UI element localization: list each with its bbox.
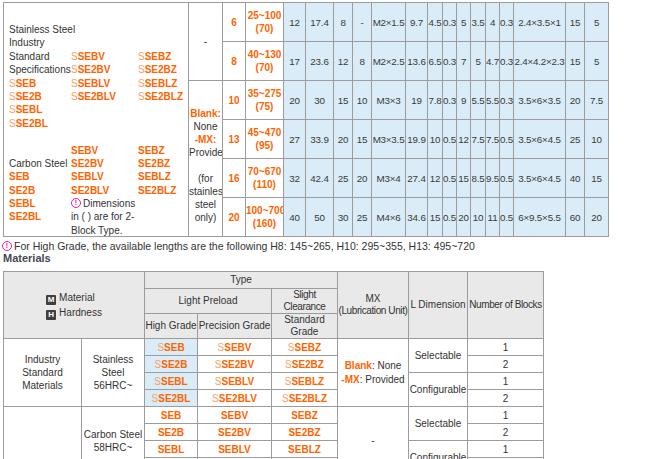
material-cell-carbon: Carbon Steel 58HRC~ bbox=[82, 407, 145, 459]
part-number-link[interactable]: SEBV bbox=[71, 144, 135, 157]
mx-option-cell: - bbox=[189, 3, 223, 81]
part-number-link[interactable]: SEBZ bbox=[138, 144, 183, 157]
blocks-cell: 1 bbox=[468, 407, 544, 424]
part-number: SEB bbox=[161, 410, 182, 421]
part-number-link[interactable]: SE2BV bbox=[198, 424, 272, 441]
spec-value-cell: 25 bbox=[353, 198, 372, 237]
part-number-link[interactable]: SEBZ bbox=[272, 407, 338, 424]
part-number-link[interactable]: SE2B bbox=[9, 184, 75, 197]
spec-value-cell: 12 bbox=[457, 120, 471, 159]
part-number-link[interactable]: SEBLV bbox=[71, 170, 135, 183]
left-cell-line: Stainless Steel bbox=[9, 23, 75, 36]
part-number-link[interactable]: SSEB bbox=[9, 77, 75, 90]
left-cell-line: Industry bbox=[9, 36, 75, 49]
part-number-link[interactable]: SSEBL bbox=[9, 103, 75, 116]
part-number-link[interactable]: SSE2BLV bbox=[198, 390, 272, 407]
tip-icon bbox=[71, 198, 81, 208]
part-number-link[interactable]: SSEBLZ bbox=[272, 373, 338, 390]
spec-value-cell: M2×1.5 bbox=[372, 3, 406, 42]
part-number-link[interactable]: SE2BL bbox=[9, 210, 75, 223]
spec-value-cell: 5 bbox=[457, 3, 471, 42]
part-number-link[interactable]: SE2B bbox=[145, 424, 198, 441]
mx-text-line: None bbox=[189, 120, 222, 133]
part-number: SEBLV bbox=[218, 444, 251, 455]
part-number-link[interactable]: SSE2BL bbox=[9, 117, 75, 130]
part-number-link[interactable]: SSE2BLZ bbox=[138, 90, 183, 103]
left-cell-line bbox=[9, 144, 75, 157]
part-number-link[interactable]: SSE2BZ bbox=[138, 63, 183, 76]
part-number-link[interactable]: SEBLZ bbox=[272, 441, 338, 458]
spec-value-cell: 2.4×3.5×1 bbox=[514, 3, 566, 42]
size-cell: 8 bbox=[223, 42, 246, 81]
part-number-link[interactable]: SE2BV bbox=[71, 157, 135, 170]
part-number-link[interactable]: SSE2B bbox=[9, 90, 75, 103]
part-number-prefix: S bbox=[288, 342, 295, 353]
mx-header-line2: (Lubrication Unit) bbox=[338, 305, 408, 317]
spec-value-cell: 15 bbox=[566, 3, 585, 42]
part-number-link[interactable]: SE2BLV bbox=[71, 184, 135, 197]
left-cell-line: Carbon Steel bbox=[9, 157, 75, 170]
part-number-link[interactable]: SSEBZ bbox=[138, 50, 183, 63]
spec-value-cell: M4×6 bbox=[372, 198, 406, 237]
part-number-link[interactable]: SSE2B bbox=[145, 356, 198, 373]
part-number-link[interactable]: SSE2BLZ bbox=[272, 390, 338, 407]
part-number-link[interactable]: SSEB bbox=[145, 339, 198, 356]
spec-value-cell: 10 bbox=[471, 198, 486, 237]
part-number-link[interactable]: SSEBLV bbox=[198, 373, 272, 390]
l-dimension-cell: Selectable bbox=[409, 407, 468, 441]
part-number-link[interactable]: SSEBZ bbox=[272, 339, 338, 356]
part-number-link[interactable]: SEBL bbox=[9, 197, 75, 210]
spec-value-cell: 7.8 bbox=[428, 81, 443, 120]
spec-value-cell: 8 bbox=[334, 3, 353, 42]
part-number-prefix: S bbox=[154, 376, 161, 387]
part-number: SE2BZ bbox=[145, 64, 177, 75]
part-number: SEBZ bbox=[138, 145, 165, 156]
part-number-link[interactable]: SSE2BV bbox=[71, 63, 135, 76]
part-number: SE2BV bbox=[78, 64, 111, 75]
material-group-cell-empty bbox=[4, 407, 82, 459]
left-cell-line bbox=[71, 36, 135, 49]
spec-value-cell: 20 bbox=[585, 198, 609, 237]
left-cell-line bbox=[71, 117, 135, 130]
blocks-cell: 2 bbox=[468, 390, 544, 407]
spec-table: Stainless SteelIndustryStandardSpecifica… bbox=[3, 2, 609, 237]
part-number-link[interactable]: SSE2BLV bbox=[71, 90, 135, 103]
spec-value-cell: 5.5 bbox=[486, 81, 500, 120]
spec-value-cell: 15 bbox=[428, 198, 443, 237]
l-dimension-cell: Configurable bbox=[409, 373, 468, 407]
part-number-link[interactable]: SE2BZ bbox=[138, 157, 183, 170]
part-number-link[interactable]: SEBV bbox=[198, 407, 272, 424]
spec-value-cell: 7.5 bbox=[486, 120, 500, 159]
part-number-prefix: S bbox=[71, 51, 78, 62]
spec-value-cell: 20 bbox=[353, 159, 372, 198]
number-of-blocks-header: Number of Blocks bbox=[468, 272, 544, 339]
part-number-link[interactable]: SSEBV bbox=[198, 339, 272, 356]
l-dimension-header: L Dimension bbox=[409, 272, 468, 339]
part-number-link[interactable]: SEBLV bbox=[198, 441, 272, 458]
part-number-link[interactable]: SSEBLZ bbox=[138, 77, 183, 90]
part-number-link[interactable]: SSE2BL bbox=[145, 390, 198, 407]
table-row: Carbon Steel 58HRC~ SEB SEBV SEBZ - Sele… bbox=[4, 407, 544, 424]
length-range-cell: 35~275(75) bbox=[246, 81, 284, 120]
left-cell-line bbox=[138, 36, 183, 49]
part-number-link[interactable]: SEB bbox=[9, 170, 75, 183]
length-range-cell: 45~470(95) bbox=[246, 120, 284, 159]
part-number-link[interactable]: SSEBV bbox=[71, 50, 135, 63]
model-list-column: SSEBVSSE2BVSSEBLVSSE2BLVSEBVSE2BVSEBLVSE… bbox=[71, 23, 135, 237]
part-number-link[interactable]: SSE2BZ bbox=[272, 356, 338, 373]
spec-value-cell: 6×9.5×5.5 bbox=[514, 198, 566, 237]
part-number-prefix: S bbox=[71, 64, 78, 75]
part-number: SEB bbox=[164, 342, 185, 353]
part-number-link[interactable]: SE2BLZ bbox=[138, 184, 183, 197]
part-number: SEBZ bbox=[295, 342, 322, 353]
part-number-link[interactable]: SEB bbox=[145, 407, 198, 424]
mx-text-line: Provided bbox=[189, 146, 222, 159]
part-number-link[interactable]: SE2BZ bbox=[272, 424, 338, 441]
part-number-link[interactable]: SEBL bbox=[145, 441, 198, 458]
part-number-link[interactable]: SEBLZ bbox=[138, 170, 183, 183]
part-number-link[interactable]: SSE2BV bbox=[198, 356, 272, 373]
part-number-link[interactable]: SSEBLV bbox=[71, 77, 135, 90]
part-number: SEB bbox=[9, 171, 30, 182]
spec-value-cell: 19.9 bbox=[406, 120, 428, 159]
part-number-link[interactable]: SSEBL bbox=[145, 373, 198, 390]
